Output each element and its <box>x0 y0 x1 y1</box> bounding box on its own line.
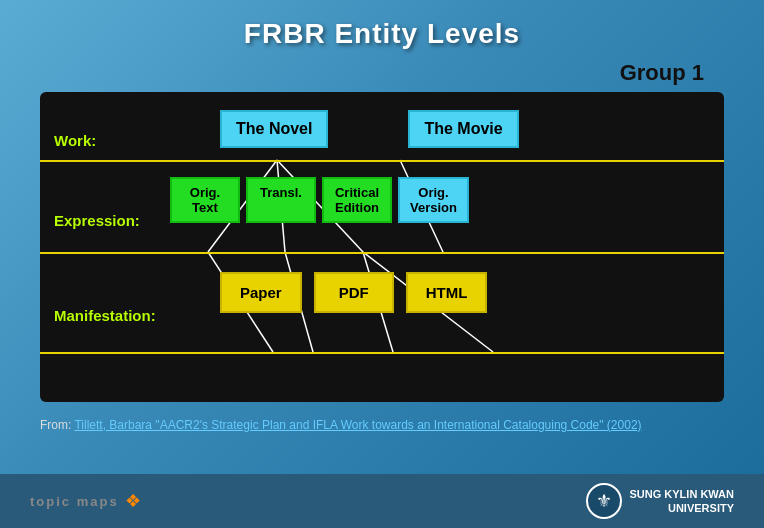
group-label: Group 1 <box>0 60 764 86</box>
topic-maps-text: topic maps <box>30 494 119 509</box>
movie-box: The Movie <box>408 110 518 148</box>
work-label: Work: <box>54 132 96 149</box>
orig-text-box: Orig. Text <box>170 177 240 223</box>
topic-maps-icon: ❖ <box>125 490 141 512</box>
paper-box: Paper <box>220 272 302 313</box>
manifestation-label: Manifestation: <box>54 307 156 324</box>
diagram-container: Work: Expression: Manifestation: The Nov… <box>40 92 724 402</box>
critical-edition-box: Critical Edition <box>322 177 392 223</box>
bottom-bar: topic maps ❖ ⚜ SUNG KYLIN KWANUNIVERSITY <box>0 474 764 528</box>
novel-box: The Novel <box>220 110 328 148</box>
university-name-text: SUNG KYLIN KWANUNIVERSITY <box>630 487 735 516</box>
topic-maps-logo: topic maps ❖ <box>30 490 141 512</box>
manifestation-boxes: Paper PDF HTML <box>220 272 487 313</box>
footer-link[interactable]: Tillett, Barbara "AACR2's Strategic Plan… <box>74 418 641 432</box>
page-title: FRBR Entity Levels <box>0 0 764 60</box>
work-boxes: The Novel The Movie <box>220 110 519 148</box>
university-logo: ⚜ SUNG KYLIN KWANUNIVERSITY <box>586 483 735 519</box>
expression-label: Expression: <box>54 212 140 229</box>
pdf-box: PDF <box>314 272 394 313</box>
university-emblem-icon: ⚜ <box>586 483 622 519</box>
html-box: HTML <box>406 272 488 313</box>
work-hline <box>40 160 724 162</box>
orig-version-box: Orig. Version <box>398 177 469 223</box>
manifestation-hline <box>40 352 724 354</box>
expression-boxes: Orig. Text Transl. Critical Edition Orig… <box>170 177 469 223</box>
transl-box: Transl. <box>246 177 316 223</box>
footer: From: Tillett, Barbara "AACR2's Strategi… <box>0 412 764 438</box>
expression-hline <box>40 252 724 254</box>
footer-from-text: From: <box>40 418 74 432</box>
